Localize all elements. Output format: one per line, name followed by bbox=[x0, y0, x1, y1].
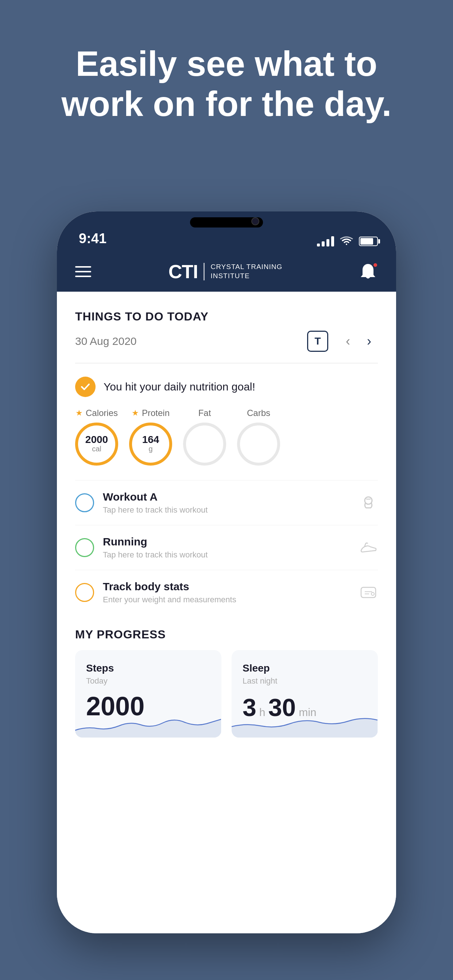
nutrition-goal-text: You hit your daily nutrition goal! bbox=[104, 380, 255, 393]
nutr-fat-label: Fat bbox=[198, 408, 211, 418]
hamburger-menu[interactable] bbox=[75, 266, 91, 277]
hero-line1: Easily see what to bbox=[29, 44, 424, 84]
task-name-running: Running bbox=[103, 536, 350, 548]
task-running[interactable]: Running Tap here to track this workout bbox=[75, 525, 378, 570]
steps-sublabel: Today bbox=[86, 676, 211, 686]
star-protein-icon: ★ bbox=[132, 408, 139, 418]
nutr-carbs-label: Carbs bbox=[247, 408, 270, 418]
task-circle-running bbox=[75, 538, 94, 557]
task-info-stats: Track body stats Enter your weight and m… bbox=[103, 581, 350, 605]
nutr-protein-value: 164 bbox=[142, 434, 160, 445]
check-circle bbox=[75, 377, 96, 397]
date-text: 30 Aug 2020 bbox=[75, 335, 307, 347]
today-badge-label: T bbox=[314, 336, 321, 347]
prev-arrow[interactable]: ‹ bbox=[339, 332, 357, 350]
scale-icon bbox=[359, 583, 378, 602]
nutr-calories-circle: 2000 cal bbox=[75, 423, 118, 466]
nutrition-circles: ★ Calories 2000 cal ★ Protein 164 g bbox=[75, 408, 378, 466]
bell-notification-dot bbox=[373, 262, 378, 267]
notch bbox=[168, 212, 285, 232]
nutr-fat-circle bbox=[183, 423, 226, 466]
next-arrow[interactable]: › bbox=[360, 332, 378, 350]
nutr-protein-label: ★ Protein bbox=[132, 408, 170, 418]
svg-point-5 bbox=[371, 592, 374, 595]
nutr-calories-unit: cal bbox=[92, 445, 101, 453]
task-circle-stats bbox=[75, 583, 94, 602]
sleep-sublabel: Last night bbox=[242, 676, 367, 686]
notch-camera bbox=[251, 217, 259, 225]
logo-line2: INSTITUTE bbox=[211, 272, 282, 281]
progress-cards: Steps Today 2000 Sleep Last night 3 h bbox=[75, 650, 378, 738]
app-header: CTI CRYSTAL TRAINING INSTITUTE bbox=[57, 251, 396, 292]
task-name-stats: Track body stats bbox=[103, 581, 350, 593]
status-time: 9:41 bbox=[79, 231, 317, 247]
task-sub-workout: Tap here to track this workout bbox=[103, 505, 350, 515]
nutr-fat[interactable]: Fat bbox=[183, 408, 226, 466]
nutr-protein-unit: g bbox=[148, 445, 152, 453]
steps-wave-chart bbox=[75, 712, 221, 738]
date-row: 30 Aug 2020 T ‹ › bbox=[75, 331, 378, 352]
nutr-calories-value: 2000 bbox=[85, 434, 108, 445]
sleep-card[interactable]: Sleep Last night 3 h 30 min bbox=[231, 650, 378, 738]
logo-text: CRYSTAL TRAINING INSTITUTE bbox=[211, 262, 282, 280]
task-sub-running: Tap here to track this workout bbox=[103, 550, 350, 560]
nutr-carbs[interactable]: Carbs bbox=[237, 408, 280, 466]
task-info-workout: Workout A Tap here to track this workout bbox=[103, 491, 350, 515]
logo-area: CTI CRYSTAL TRAINING INSTITUTE bbox=[91, 261, 360, 283]
section-title: THINGS TO DO TODAY bbox=[75, 310, 378, 323]
task-workout-a[interactable]: Workout A Tap here to track this workout bbox=[75, 480, 378, 525]
nutr-protein[interactable]: ★ Protein 164 g bbox=[129, 408, 172, 466]
nutr-calories[interactable]: ★ Calories 2000 cal bbox=[75, 408, 118, 466]
progress-title: MY PROGRESS bbox=[75, 628, 378, 641]
divider-1 bbox=[75, 363, 378, 363]
logo-line1: CRYSTAL TRAINING bbox=[211, 262, 282, 272]
nutrition-goal-row: You hit your daily nutrition goal! bbox=[75, 377, 378, 397]
nutr-protein-circle: 164 g bbox=[129, 423, 172, 466]
steps-card[interactable]: Steps Today 2000 bbox=[75, 650, 222, 738]
status-icons bbox=[317, 236, 378, 247]
star-calories-icon: ★ bbox=[75, 408, 83, 418]
nutr-carbs-circle bbox=[237, 423, 280, 466]
task-circle-workout bbox=[75, 493, 94, 512]
task-sub-stats: Enter your weight and measurements bbox=[103, 595, 350, 605]
steps-label: Steps bbox=[86, 662, 211, 674]
status-bar: 9:41 bbox=[57, 212, 396, 251]
nutr-calories-text: Calories bbox=[86, 408, 118, 418]
logo-cti: CTI bbox=[169, 261, 198, 283]
shoe-icon bbox=[359, 538, 378, 557]
nutr-calories-label: ★ Calories bbox=[75, 408, 118, 418]
hero-text: Easily see what to work on for the day. bbox=[0, 44, 453, 124]
task-body-stats[interactable]: Track body stats Enter your weight and m… bbox=[75, 570, 378, 615]
progress-section: MY PROGRESS Steps Today 2000 Sleep Last … bbox=[75, 628, 378, 738]
today-badge[interactable]: T bbox=[307, 331, 328, 352]
kettlebell-icon bbox=[359, 493, 378, 512]
nutr-protein-text: Protein bbox=[142, 408, 170, 418]
phone-shell: 9:41 CTI CRYSTAL TRAINING bbox=[57, 212, 396, 933]
task-info-running: Running Tap here to track this workout bbox=[103, 536, 350, 560]
logo-divider bbox=[204, 263, 205, 280]
battery-icon bbox=[359, 237, 378, 246]
sleep-label: Sleep bbox=[242, 662, 367, 674]
wifi-icon bbox=[340, 236, 353, 247]
nutr-carbs-text: Carbs bbox=[247, 408, 270, 418]
signal-icon bbox=[317, 236, 334, 247]
checkmark-icon bbox=[80, 381, 91, 392]
hero-line2: work on for the day. bbox=[29, 84, 424, 124]
sleep-wave-chart bbox=[231, 712, 378, 738]
task-name-workout: Workout A bbox=[103, 491, 350, 503]
battery-fill bbox=[360, 238, 373, 245]
bell-button[interactable] bbox=[360, 262, 378, 281]
nutr-fat-text: Fat bbox=[198, 408, 211, 418]
app-content: THINGS TO DO TODAY 30 Aug 2020 T ‹ › You… bbox=[57, 292, 396, 933]
